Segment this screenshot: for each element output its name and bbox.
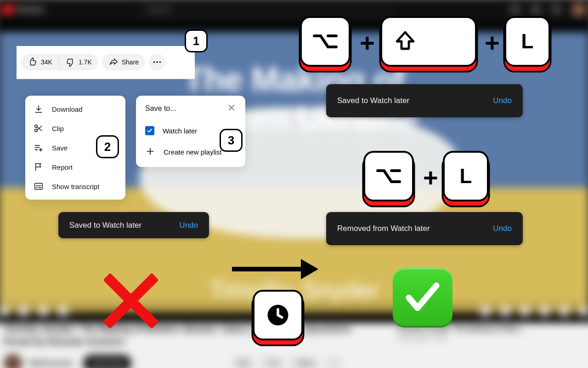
transcript-icon (34, 181, 44, 191)
save-to-title: Save to... (145, 104, 176, 113)
thumb-down-icon (65, 57, 75, 67)
video-action-bar: 34K 1.7K Share (17, 46, 195, 79)
thumb-up-icon (28, 57, 38, 67)
ellipsis-icon (152, 57, 162, 67)
playlist-label: Watch later (163, 127, 197, 135)
toast-message: Saved to Watch later (69, 221, 141, 230)
option-key-icon (312, 32, 338, 51)
plus-sign: + (423, 162, 438, 192)
plus-sign: + (485, 28, 500, 58)
playlist-add-icon (34, 143, 44, 153)
toast-undo-button[interactable]: Undo (493, 96, 512, 105)
arrow-right-icon (227, 255, 319, 283)
clock-icon (264, 301, 292, 329)
like-count: 34K (41, 58, 52, 66)
share-button[interactable]: Share (102, 54, 145, 70)
menu-label: Save (52, 144, 68, 152)
key-option (363, 151, 414, 201)
key-watch-later (253, 290, 303, 340)
toast-message: Removed from Watch later (337, 224, 430, 233)
step-badge-2: 2 (96, 135, 119, 158)
toast-saved-right: Saved to Watch later Undo (326, 84, 523, 117)
svg-point-0 (153, 61, 155, 63)
key-l: L (443, 151, 489, 201)
share-label: Share (122, 58, 139, 66)
check-mark-icon (393, 268, 452, 328)
download-icon (34, 104, 44, 114)
menu-item-transcript[interactable]: Show transcript (25, 177, 125, 196)
shift-key-icon (394, 30, 416, 52)
key-label: L (460, 165, 472, 188)
key-label: L (521, 30, 534, 53)
like-button[interactable]: 34K (21, 54, 59, 70)
key-l: L (504, 16, 550, 67)
svg-rect-5 (35, 184, 43, 190)
menu-item-report[interactable]: Report (25, 157, 125, 177)
share-icon (108, 57, 119, 67)
menu-label: Show transcript (52, 183, 99, 190)
dislike-button[interactable]: 1.7K (59, 54, 98, 70)
svg-point-2 (159, 61, 161, 63)
close-button[interactable] (227, 103, 236, 114)
checkbox-checked-icon (145, 126, 154, 135)
close-icon (227, 103, 236, 112)
toast-message: Saved to Watch later (337, 96, 409, 105)
toast-undo-button[interactable]: Undo (493, 224, 512, 233)
option-key-icon (376, 167, 401, 185)
plus-icon (145, 146, 155, 158)
toast-saved-left: Saved to Watch later Undo (58, 212, 209, 238)
key-shift (380, 16, 477, 67)
svg-point-1 (156, 61, 158, 63)
scissors-icon (34, 123, 44, 133)
flag-icon (34, 162, 44, 172)
menu-item-download[interactable]: Download (25, 99, 125, 119)
key-option (300, 16, 351, 67)
create-playlist-label: Create new playlist (164, 148, 222, 156)
more-actions-button[interactable] (149, 54, 165, 70)
menu-label: Report (52, 163, 73, 171)
dislike-count: 1.7K (79, 58, 92, 66)
toast-undo-button[interactable]: Undo (179, 221, 198, 230)
plus-sign: + (360, 28, 375, 58)
step-badge-3: 3 (220, 129, 243, 152)
menu-label: Clip (52, 125, 64, 132)
cross-mark-icon (97, 269, 162, 333)
step-badge-1: 1 (185, 29, 208, 52)
menu-label: Download (52, 105, 83, 113)
toast-removed: Removed from Watch later Undo (326, 212, 523, 245)
